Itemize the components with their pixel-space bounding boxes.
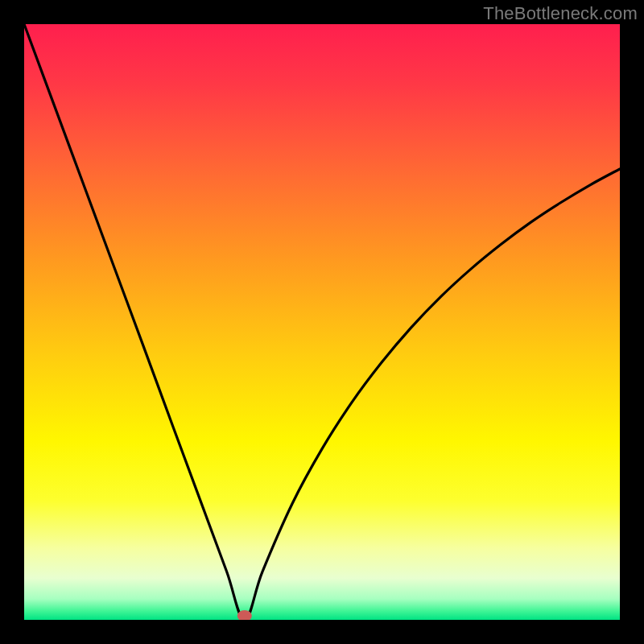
gradient-background <box>24 24 620 620</box>
credit-label: TheBottleneck.com <box>483 3 638 24</box>
bottleneck-chart <box>24 24 620 620</box>
chart-frame: TheBottleneck.com <box>0 0 644 644</box>
plot-area <box>24 24 620 620</box>
